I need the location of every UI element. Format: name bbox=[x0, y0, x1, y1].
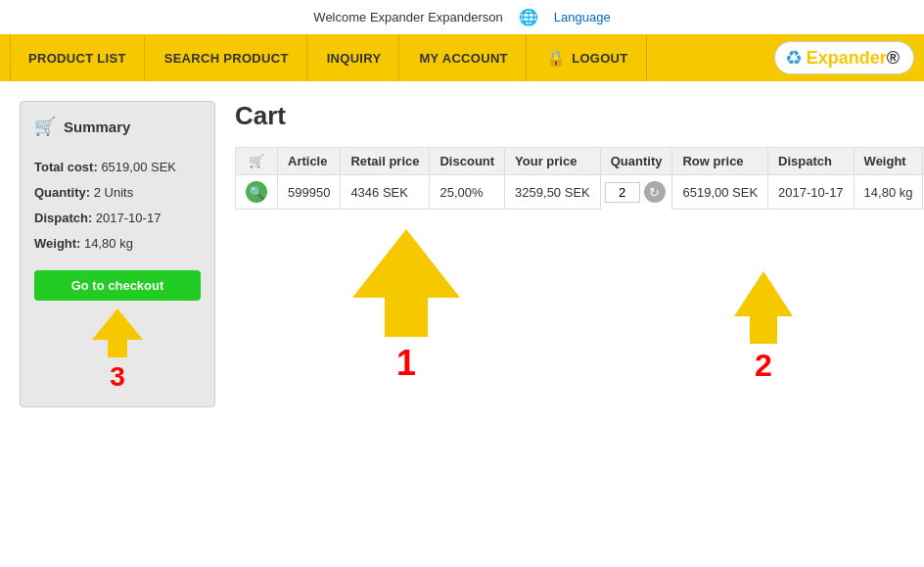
refresh-button[interactable]: ↻ bbox=[644, 181, 666, 203]
row-your-price: 3259,50 SEK bbox=[505, 175, 601, 210]
nav-item-my-account[interactable]: MY ACCOUNT bbox=[401, 34, 526, 81]
nav-item-inquiry[interactable]: INQUIRY bbox=[309, 34, 400, 81]
sidebar: 🛒 Summary Total cost: 6519,00 SEK Quanti… bbox=[20, 101, 215, 407]
th-quantity: Quantity bbox=[600, 148, 672, 175]
language-link[interactable]: Language bbox=[554, 10, 611, 24]
annotation-2: 2 bbox=[734, 271, 793, 384]
arrow-1-stem bbox=[385, 298, 428, 337]
dispatch-row: Dispatch: 2017-10-17 bbox=[34, 206, 201, 231]
content-area: 🛒 Summary Total cost: 6519,00 SEK Quanti… bbox=[0, 81, 924, 532]
row-weight: 14,80 kg bbox=[854, 175, 923, 210]
th-weight: Weight bbox=[854, 148, 923, 175]
nav-bar: PRODUCT LIST SEARCH PRODUCT INQUIRY MY A… bbox=[0, 34, 924, 81]
main-content: Cart 🛒 Article Retail price Discount You… bbox=[235, 101, 924, 512]
globe-icon: 🌐 bbox=[519, 8, 538, 26]
quantity-row: Quantity: 2 Units bbox=[34, 180, 201, 206]
welcome-text: Welcome Expander Expanderson bbox=[313, 10, 502, 24]
page-title: Cart bbox=[235, 101, 924, 131]
annotation-3-label: 3 bbox=[110, 361, 125, 393]
th-dispatch: Dispatch bbox=[768, 148, 855, 175]
logo-recycle-icon: ♻ bbox=[785, 46, 803, 70]
annotation-3: 3 bbox=[34, 308, 201, 393]
sidebar-title: 🛒 Summary bbox=[34, 116, 201, 143]
th-article: Article bbox=[278, 148, 341, 175]
arrow-1-head bbox=[352, 229, 460, 298]
sidebar-info: Total cost: 6519,00 SEK Quantity: 2 Unit… bbox=[34, 155, 201, 257]
arrow-2-stem bbox=[750, 316, 777, 344]
th-discount: Discount bbox=[430, 148, 505, 175]
annotation-2-label: 2 bbox=[755, 348, 772, 384]
table-header-row: 🛒 Article Retail price Discount Your pri… bbox=[236, 148, 925, 175]
language-label: Language bbox=[554, 10, 611, 24]
row-retail-price: 4346 SEK bbox=[341, 175, 430, 210]
row-search-button[interactable]: 🔍 bbox=[246, 181, 267, 203]
th-your-price: Your price bbox=[505, 148, 601, 175]
cart-table: 🛒 Article Retail price Discount Your pri… bbox=[235, 147, 924, 210]
lock-icon: 🔒 bbox=[546, 49, 566, 68]
cart-icon: 🛒 bbox=[34, 116, 56, 137]
row-discount: 25,00% bbox=[430, 175, 505, 210]
logo-box: ♻ Expander® bbox=[774, 41, 914, 74]
top-bar: Welcome Expander Expanderson 🌐 Language bbox=[0, 0, 924, 34]
nav-item-product-list[interactable]: PRODUCT LIST bbox=[10, 34, 145, 81]
arrow-3-stem bbox=[108, 340, 127, 357]
checkout-button[interactable]: Go to checkout bbox=[34, 270, 201, 301]
annotation-1-label: 1 bbox=[396, 343, 416, 384]
arrow-3-head bbox=[92, 308, 143, 340]
table-row: 🔍 599950 4346 SEK 25,00% 3259,50 SEK ↻ 6… bbox=[236, 175, 925, 210]
th-row-price: Row price bbox=[672, 148, 768, 175]
row-row-price: 6519,00 SEK bbox=[672, 175, 768, 210]
row-article: 599950 bbox=[278, 175, 341, 210]
total-cost-row: Total cost: 6519,00 SEK bbox=[34, 155, 201, 180]
arrow-2-head bbox=[734, 271, 793, 316]
nav-item-logout[interactable]: 🔒 LOGOUT bbox=[529, 34, 647, 81]
weight-row: Weight: 14,80 kg bbox=[34, 231, 201, 257]
th-retail-price: Retail price bbox=[341, 148, 430, 175]
logo-text: Expander® bbox=[807, 48, 900, 69]
row-quantity-cell: ↻ bbox=[601, 175, 672, 209]
th-icon: 🛒 bbox=[236, 148, 278, 175]
annotation-1: 1 bbox=[352, 229, 460, 384]
nav-items: PRODUCT LIST SEARCH PRODUCT INQUIRY MY A… bbox=[10, 34, 774, 81]
quantity-input[interactable] bbox=[605, 182, 640, 203]
row-dispatch: 2017-10-17 bbox=[768, 175, 855, 210]
nav-item-search-product[interactable]: SEARCH PRODUCT bbox=[147, 34, 307, 81]
main-annotations: 1 2 bbox=[235, 229, 924, 384]
row-search-cell: 🔍 bbox=[236, 175, 278, 210]
